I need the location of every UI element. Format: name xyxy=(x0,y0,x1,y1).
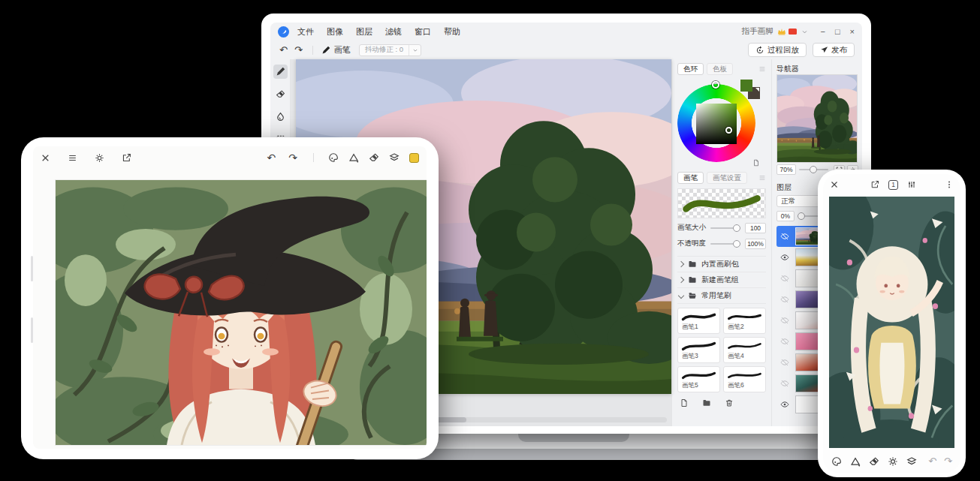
redo-button[interactable]: ↷ xyxy=(287,152,299,163)
brush-card[interactable]: 画笔6 xyxy=(723,366,766,392)
brush-tool-icon xyxy=(321,46,330,55)
hue-knob[interactable] xyxy=(712,81,719,89)
brush-group-builtin[interactable]: 内置画刷包 xyxy=(677,256,766,272)
visibility-off-icon[interactable] xyxy=(778,379,792,388)
phone-artwork-white-haired-girl[interactable] xyxy=(829,197,954,448)
delete-brush-icon[interactable] xyxy=(725,398,734,407)
visibility-off-icon[interactable] xyxy=(778,358,792,367)
shape-triangle-icon[interactable] xyxy=(850,456,861,467)
brush-stroke-preview xyxy=(677,188,766,218)
brush-panel-menu-icon[interactable] xyxy=(758,174,766,182)
redo-button[interactable]: ↷ xyxy=(944,455,952,467)
brush-opacity-value[interactable]: 100% xyxy=(745,239,766,249)
more-menu-icon[interactable] xyxy=(945,180,954,189)
zoom-slider[interactable] xyxy=(799,169,828,170)
undo-button[interactable]: ↶ xyxy=(928,455,936,467)
brush-tool-button[interactable] xyxy=(273,65,288,79)
color-panel-menu-icon[interactable] xyxy=(758,65,766,73)
eraser-tool-button[interactable] xyxy=(273,87,288,101)
brush-group-new[interactable]: 新建画笔组 xyxy=(677,272,766,287)
brush-size-slider[interactable] xyxy=(710,227,740,229)
brush-card[interactable]: 画笔1 xyxy=(677,308,720,334)
folder-open-icon xyxy=(688,291,697,300)
brush-group-common[interactable]: 常用笔刷 xyxy=(677,287,766,303)
replay-icon xyxy=(755,46,764,55)
menu-file[interactable]: 文件 xyxy=(297,26,314,38)
tab-color-swatches[interactable]: 色板 xyxy=(707,63,733,75)
minimize-button[interactable]: − xyxy=(820,27,825,36)
export-icon[interactable] xyxy=(870,180,879,189)
menu-window[interactable]: 窗口 xyxy=(415,26,431,38)
foreground-background-swatches[interactable] xyxy=(740,80,760,99)
chevron-right-icon xyxy=(678,277,684,283)
phone-bottom-toolbar: ↶ ↷ xyxy=(823,449,960,473)
current-color-swatch[interactable] xyxy=(409,153,419,163)
menu-help[interactable]: 帮助 xyxy=(444,26,460,38)
visibility-off-icon[interactable] xyxy=(778,232,792,241)
layer-count-chip[interactable]: 1 xyxy=(888,180,898,190)
crown-icon xyxy=(777,28,786,35)
export-icon[interactable] xyxy=(122,153,131,163)
menu-filter[interactable]: 滤镜 xyxy=(385,26,402,38)
tablet-device: ↶ ↷ xyxy=(21,137,439,459)
adjustments-sliders-icon[interactable] xyxy=(907,180,916,189)
new-brush-icon[interactable] xyxy=(680,398,689,407)
layers-icon[interactable] xyxy=(906,456,917,467)
palette-icon[interactable] xyxy=(328,152,339,163)
visibility-off-icon[interactable] xyxy=(778,295,792,304)
layer-opacity-value[interactable]: 0% xyxy=(776,211,795,221)
color-history-icon[interactable] xyxy=(752,159,760,167)
saturation-value-square[interactable] xyxy=(696,104,737,144)
tab-brush[interactable]: 画笔 xyxy=(677,172,704,184)
brush-card[interactable]: 画笔5 xyxy=(677,366,720,392)
eraser-icon[interactable] xyxy=(869,456,879,467)
visibility-off-icon[interactable] xyxy=(778,274,792,283)
replay-button[interactable]: 过程回放 xyxy=(748,43,807,57)
account-chevron-icon[interactable] xyxy=(801,29,808,35)
brush-size-value[interactable]: 100 xyxy=(745,223,766,233)
settings-gear-icon[interactable] xyxy=(95,153,104,163)
color-wheel-icon[interactable] xyxy=(888,456,898,467)
brush-card[interactable]: 画笔3 xyxy=(677,337,720,363)
visibility-off-icon[interactable] xyxy=(778,337,792,346)
close-button[interactable]: × xyxy=(850,27,855,36)
brush-tool-label[interactable]: 画笔 xyxy=(334,44,351,56)
redo-button[interactable]: ↷ xyxy=(293,45,304,55)
foreground-color-swatch[interactable] xyxy=(740,80,752,92)
close-icon[interactable] xyxy=(830,180,839,189)
tab-brush-settings[interactable]: 画笔设置 xyxy=(707,172,747,184)
undo-button[interactable]: ↶ xyxy=(266,152,278,163)
smudge-tool-button[interactable] xyxy=(273,110,288,124)
phone-top-bar: 1 xyxy=(823,174,960,195)
tablet-artwork-witch-girl[interactable] xyxy=(56,180,427,445)
tab-color-wheel[interactable]: 色环 xyxy=(677,63,704,75)
brush-card[interactable]: 画笔2 xyxy=(723,308,766,334)
color-wheel[interactable] xyxy=(677,80,761,167)
new-brush-folder-icon[interactable] xyxy=(702,398,711,407)
zoom-value[interactable]: 70% xyxy=(776,164,796,175)
saturation-value-knob[interactable] xyxy=(725,127,732,134)
menu-image[interactable]: 图像 xyxy=(327,26,343,38)
shape-triangle-icon[interactable] xyxy=(348,152,359,163)
menu-layer[interactable]: 图层 xyxy=(356,26,372,38)
undo-button[interactable]: ↶ xyxy=(278,45,289,55)
stabilization-control[interactable]: 抖动修正 : 0 xyxy=(359,44,421,56)
menu-bar: 文件 图像 图层 滤镜 窗口 帮助 xyxy=(297,26,460,38)
visibility-on-icon[interactable] xyxy=(778,253,792,262)
brush-opacity-slider[interactable] xyxy=(710,243,740,245)
maximize-button[interactable]: □ xyxy=(835,27,840,36)
close-icon[interactable] xyxy=(41,153,50,163)
layers-icon[interactable] xyxy=(389,152,400,163)
brush-card[interactable]: 画笔4 xyxy=(723,337,766,363)
navigator-thumbnail[interactable] xyxy=(776,74,858,163)
eraser-icon[interactable] xyxy=(369,152,379,163)
stabilization-chevron-icon[interactable] xyxy=(409,45,421,56)
menu-icon[interactable] xyxy=(68,153,77,163)
visibility-on-icon[interactable] xyxy=(778,400,792,409)
visibility-off-icon[interactable] xyxy=(778,316,792,325)
navigator-title: 导航器 xyxy=(776,63,858,74)
publish-button[interactable]: 发布 xyxy=(813,43,855,57)
palette-icon[interactable] xyxy=(831,456,842,467)
tablet-toolbar: ↶ ↷ xyxy=(33,146,427,169)
toolbar-divider xyxy=(312,46,313,55)
